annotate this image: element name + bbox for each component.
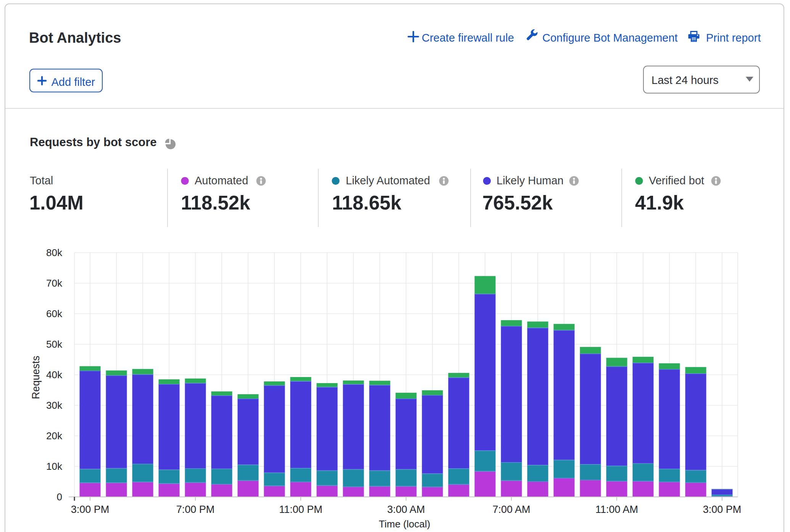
svg-text:10k: 10k [46, 461, 63, 472]
svg-text:7:00 AM: 7:00 AM [492, 504, 530, 515]
svg-text:Time (local): Time (local) [379, 518, 430, 530]
svg-text:0: 0 [57, 491, 62, 503]
svg-text:7:00 PM: 7:00 PM [176, 504, 215, 515]
svg-text:60k: 60k [46, 308, 63, 319]
svg-text:11:00 PM: 11:00 PM [279, 504, 322, 515]
svg-text:70k: 70k [46, 277, 63, 289]
svg-text:50k: 50k [46, 339, 63, 350]
svg-text:40k: 40k [46, 369, 63, 380]
svg-text:Requests: Requests [30, 356, 42, 399]
svg-text:3:00 PM: 3:00 PM [71, 504, 110, 515]
svg-text:3:00 PM: 3:00 PM [703, 504, 742, 515]
svg-text:11:00 AM: 11:00 AM [595, 504, 638, 515]
svg-text:80k: 80k [46, 247, 63, 258]
svg-text:30k: 30k [46, 400, 63, 411]
svg-text:3:00 AM: 3:00 AM [387, 504, 425, 515]
svg-text:20k: 20k [46, 430, 63, 442]
